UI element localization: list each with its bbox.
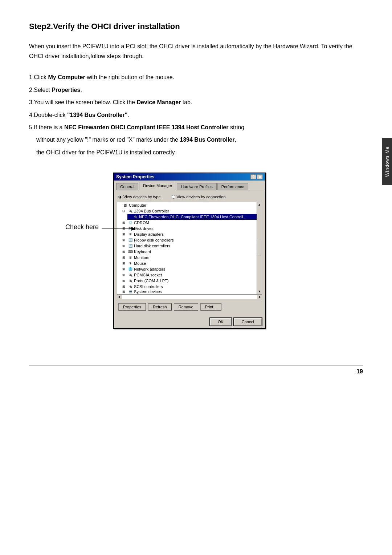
tree-label-computer: Computer <box>129 203 146 207</box>
tree-item-scsi[interactable]: ⊞ 🔌 SCSI controllers <box>122 284 257 289</box>
tree-item-monitor[interactable]: ⊞ 🖥 Monitors <box>122 255 257 260</box>
keyboard-icon: ⌨ <box>127 249 133 254</box>
properties-button[interactable]: Properties <box>118 303 146 311</box>
vertical-scrollbar[interactable]: ▲ ▼ <box>257 202 262 294</box>
windows-me-tab: Windows Me <box>382 138 392 185</box>
radio-by-connection-label: View devices by connection <box>177 195 226 199</box>
computer-icon: 🖥 <box>122 203 128 208</box>
tab-device-manager[interactable]: Device Manager <box>139 182 176 190</box>
cdrom-icon: 💿 <box>127 220 133 225</box>
svg-marker-1 <box>131 227 136 231</box>
step-3-bold: Device Manager <box>136 99 181 105</box>
tree-label-ports: Ports (COM & LPT) <box>134 279 168 283</box>
step-3: 3.You will see the screen below. Click t… <box>29 97 363 108</box>
scroll-right-arrow[interactable]: ► <box>258 295 262 299</box>
scsi-icon: 🔌 <box>127 284 133 289</box>
titlebar-buttons: ? ✕ <box>250 174 263 179</box>
tree-expand-monitor: ⊞ <box>122 256 127 259</box>
cancel-button[interactable]: Cancel <box>234 318 262 326</box>
tree-item-network[interactable]: ⊞ 🌐 Network adapters <box>122 266 257 272</box>
step-4-bold: "1394 Bus Controller" <box>67 112 127 118</box>
dialog-title: System Properties <box>116 174 154 179</box>
steps-list: 1.Click My Computer with the right butto… <box>29 72 363 158</box>
tree-item-system[interactable]: ⊞ 💻 System devices <box>122 289 257 294</box>
radio-by-connection-circle <box>172 195 175 199</box>
tree-expand-pcmcia: ⊞ <box>122 273 127 277</box>
dialog-content: View devices by type View devices by con… <box>114 190 265 316</box>
tree-expand-harddisk: ⊞ <box>122 244 127 248</box>
step-4: 4.Double-click "1394 Bus Controller". <box>29 110 363 121</box>
help-button[interactable]: ? <box>250 174 256 179</box>
tree-item-keyboard[interactable]: ⊞ ⌨ Keyboard <box>122 249 257 255</box>
scroll-down-arrow[interactable]: ▼ <box>258 290 261 293</box>
step-5-bold: NEC Firewarden OHCI Compliant IEEE 1394 … <box>64 124 229 130</box>
tab-performance[interactable]: Performance <box>217 183 248 190</box>
tree-label-mouse: Mouse <box>134 261 146 266</box>
tree-label-disk: Disk drives <box>134 226 154 231</box>
device-tree-container: 🖥 Computer ⊟ 🔌 1394 Bus Controller <box>117 202 262 294</box>
tree-label-monitor: Monitors <box>134 255 149 260</box>
tree-item-nec[interactable]: 🔌 NEC Firewarden OHCI Compliant IEEE 139… <box>127 214 257 220</box>
tree-item-mouse[interactable]: ⊞ 🖱 Mouse <box>122 260 257 266</box>
scroll-htrack <box>122 295 257 299</box>
mouse-icon: 🖱 <box>127 261 133 266</box>
tree-item-computer[interactable]: 🖥 Computer <box>117 202 257 208</box>
tree-item-1394[interactable]: ⊟ 🔌 1394 Bus Controller <box>122 208 257 214</box>
screenshot-area: Check here System Properties ? ✕ General… <box>65 173 363 329</box>
tree-expand-network: ⊞ <box>122 267 127 271</box>
print-button[interactable]: Print... <box>200 303 221 311</box>
scroll-thumb[interactable] <box>258 241 261 255</box>
floppy-icon: 🔄 <box>127 238 133 243</box>
step-1: 1.Click My Computer with the right butto… <box>29 72 363 83</box>
tree-item-display[interactable]: ⊞ 🖥 Display adapters <box>122 231 257 237</box>
dialog-ok-cancel: OK Cancel <box>114 316 265 328</box>
horizontal-scrollbar[interactable]: ◄ ► <box>117 294 262 299</box>
arrow-icon <box>102 226 136 231</box>
step-5-cont2: the OHCI driver for the PCIFW1U is insta… <box>36 147 363 158</box>
tree-label-nec: NEC Firewarden OHCI Compliant IEEE 1394 … <box>139 215 246 219</box>
network-icon: 🌐 <box>127 267 133 272</box>
page-number: 19 <box>0 365 392 378</box>
monitor-icon: 🖥 <box>127 255 133 260</box>
remove-button[interactable]: Remove <box>174 303 198 311</box>
tree-expand-system: ⊞ <box>122 290 127 293</box>
ok-button[interactable]: OK <box>210 318 232 326</box>
tree-item-pcmcia[interactable]: ⊞ 🔌 PCMCIA socket <box>122 272 257 278</box>
dialog-tabs: General Device Manager Hardware Profiles… <box>114 181 265 190</box>
radio-by-type-circle <box>118 195 122 199</box>
tree-item-ports[interactable]: ⊞ 🔌 Ports (COM & LPT) <box>122 278 257 284</box>
tree-label-scsi: SCSI controllers <box>134 284 163 289</box>
step-title: Step2.Verify the OHCI driver installatio… <box>29 22 363 31</box>
step-1-bold: My Computer <box>48 74 85 80</box>
intro-text: When you insert the PCIFW1U into a PCI s… <box>29 41 363 61</box>
tree-label-floppy: Floppy disk controllers <box>134 238 173 242</box>
tree-label-display: Display adapters <box>134 232 164 236</box>
radio-by-connection[interactable]: View devices by connection <box>172 195 226 199</box>
step-5: 5.If there is a NEC Firewarden OHCI Comp… <box>29 122 363 133</box>
tree-expand-floppy: ⊞ <box>122 238 127 242</box>
tree-label-1394: 1394 Bus Controller <box>134 209 169 213</box>
refresh-button[interactable]: Refresh <box>148 303 172 311</box>
step-2: 2.Select Properties. <box>29 85 363 96</box>
page-container: Step2.Verify the OHCI driver installatio… <box>0 0 392 351</box>
tree-expand-cdrom: ⊞ <box>122 221 127 224</box>
tab-hardware-profiles[interactable]: Hardware Profiles <box>177 183 216 190</box>
device-tree: 🖥 Computer ⊟ 🔌 1394 Bus Controller <box>117 202 257 294</box>
tree-label-system: System devices <box>134 289 162 294</box>
tree-item-cdrom[interactable]: ⊞ 💿 CDROM <box>122 220 257 226</box>
scroll-left-arrow[interactable]: ◄ <box>117 295 121 299</box>
scroll-up-arrow[interactable]: ▲ <box>258 203 261 206</box>
tree-label-network: Network adapters <box>134 267 165 271</box>
check-here-container: Check here <box>65 173 102 231</box>
tab-general[interactable]: General <box>116 183 138 190</box>
tree-item-disk[interactable]: ⊞ 💾 Disk drives <box>122 226 257 231</box>
tree-label-harddisk: Hard disk controllers <box>134 244 170 248</box>
harddisk-icon: 🔄 <box>127 243 133 248</box>
system-properties-dialog: System Properties ? ✕ General Device Man… <box>113 173 266 329</box>
close-button[interactable]: ✕ <box>257 174 263 179</box>
radio-by-type[interactable]: View devices by type <box>118 195 161 199</box>
tree-item-harddisk[interactable]: ⊞ 🔄 Hard disk controllers <box>122 243 257 249</box>
tree-item-floppy[interactable]: ⊞ 🔄 Floppy disk controllers <box>122 237 257 243</box>
step-5-cont1: without any yellow "!" marks or red "X" … <box>36 134 363 145</box>
system-icon: 💻 <box>127 289 133 294</box>
